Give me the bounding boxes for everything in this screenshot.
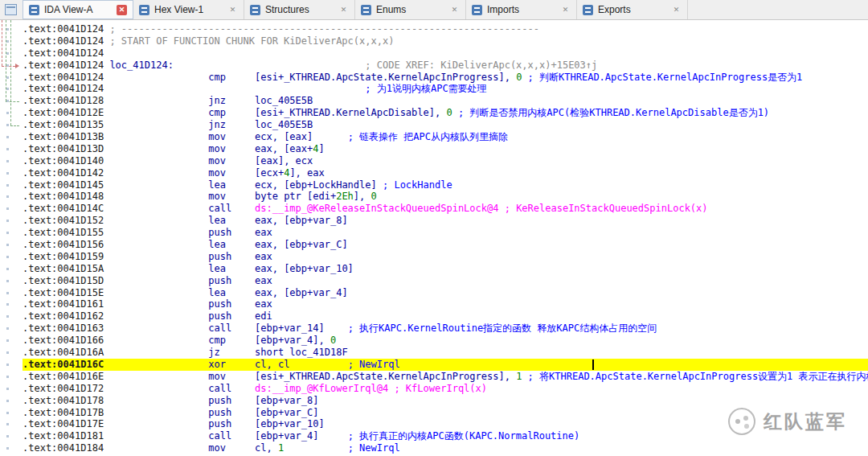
jump-arrow <box>10 20 11 125</box>
asm-segment: [ebp+var_8] <box>255 395 318 406</box>
asm-line[interactable]: .text:0041D163 call [ebp+var_14] ; 执行KAP… <box>23 322 868 335</box>
enums-icon <box>361 5 371 15</box>
asm-segment: short loc_41D18F <box>255 347 348 358</box>
asm-line[interactable]: .text:0041D14C call ds:__imp_@KeReleaseI… <box>23 203 868 215</box>
asm-address: .text:0041D178 <box>23 395 104 406</box>
asm-segment: [esi+_KTHREAD.KernelApcDisable], <box>255 107 446 118</box>
asm-line[interactable]: .text:0041D124 <box>23 47 868 60</box>
asm-address: .text:0041D135 <box>23 119 104 130</box>
tab-hex-view-1[interactable]: Hex View-1✕ <box>133 0 244 19</box>
asm-segment: 1 <box>278 442 284 454</box>
asm-line[interactable]: .text:0041D15E lea eax, [ebp+var_4] <box>23 287 868 299</box>
asm-line[interactable]: .text:0041D124 ; START OF FUNCTION CHUNK… <box>23 35 868 47</box>
close-tab-button[interactable]: ✕ <box>338 5 349 15</box>
asm-line[interactable]: .text:0041D124 ; 为1说明内核APC需要处理 <box>23 83 868 95</box>
asm-line[interactable]: .text:0041D156 lea eax, [ebp+var_C] <box>23 239 868 251</box>
asm-address: .text:0041D184 <box>23 442 104 454</box>
asm-line[interactable]: .text:0041D15D push eax <box>23 275 868 287</box>
asm-segment: lea <box>208 263 226 274</box>
imports-icon <box>472 5 482 15</box>
asm-line[interactable]: .text:0041D145 lea ecx, [ebp+LockHandle]… <box>23 179 868 191</box>
asm-segment: mov <box>208 442 226 454</box>
asm-line[interactable]: .text:0041D124 cmp [esi+_KTHREAD.ApcStat… <box>23 72 868 84</box>
asm-address: .text:0041D156 <box>23 239 104 250</box>
close-tab-button[interactable]: ✕ <box>671 5 682 15</box>
close-tab-button[interactable]: ✕ <box>560 5 571 15</box>
asm-segment: cmp <box>208 72 226 83</box>
asm-line[interactable]: .text:0041D15A lea eax, [ebp+var_10] <box>23 263 868 275</box>
asm-line[interactable]: .text:0041D16C xor cl, cl ; NewIrql <box>23 359 868 371</box>
asm-line[interactable]: .text:0041D124 ; -----------------------… <box>23 23 868 35</box>
asm-line[interactable]: .text:0041D184 mov cl, 1 ; NewIrql <box>23 442 868 454</box>
asm-segment: xor <box>208 359 226 370</box>
structures-icon <box>250 5 260 15</box>
asm-address: .text:0041D13D <box>23 143 104 154</box>
asm-line[interactable]: .text:0041D148 mov byte ptr [edi+2Eh], 0 <box>23 191 868 203</box>
asm-address: .text:0041D124 <box>23 72 104 83</box>
asm-segment: byte ptr [edi+ <box>255 191 336 202</box>
hex-view-icon <box>139 5 149 15</box>
asm-segment: push <box>208 395 231 406</box>
asm-segment: push <box>208 251 231 262</box>
tab-exports[interactable]: Exports✕ <box>577 0 688 19</box>
asm-segment: [ebp+var_4] <box>255 430 318 442</box>
asm-segment: mov <box>208 167 226 179</box>
tab-ida-view-a[interactable]: IDA View-A✕ <box>23 0 133 19</box>
close-tab-button[interactable]: ✕ <box>227 5 238 15</box>
asm-segment: mov <box>208 371 226 382</box>
asm-segment: loc_41D124: <box>104 60 174 71</box>
disassembly-view[interactable]: .text:0041D124 ; -----------------------… <box>0 20 868 456</box>
asm-segment: eax <box>255 251 272 262</box>
asm-line[interactable]: .text:0041D128 jnz loc_405E5B <box>23 95 868 107</box>
asm-line[interactable]: .text:0041D16A jz short loc_41D18F <box>23 347 868 359</box>
asm-segment: push <box>208 275 231 286</box>
tab-imports[interactable]: Imports✕ <box>466 0 577 19</box>
asm-segment: ; 执行KAPC.KernelRoutine指定的函数 释放KAPC结构体占用的… <box>348 322 657 334</box>
asm-segment: eax, [eax+ <box>255 143 313 154</box>
asm-line[interactable]: .text:0041D135 jnz loc_405E5B <box>23 119 868 131</box>
asm-line[interactable]: .text:0041D172 call ds:__imp_@KfLowerIrq… <box>23 383 868 395</box>
asm-address: .text:0041D163 <box>23 322 104 334</box>
asm-segment: eax <box>255 275 272 286</box>
jump-arrow <box>10 125 19 126</box>
asm-segment: cl, <box>255 442 278 454</box>
asm-line[interactable]: .text:0041D166 cmp [ebp+var_4], 0 <box>23 335 868 347</box>
asm-line[interactable]: .text:0041D13D mov eax, [eax+4] <box>23 143 868 155</box>
asm-line[interactable]: .text:0041D159 push eax <box>23 251 868 263</box>
asm-segment: 2Eh <box>336 191 354 202</box>
asm-address: .text:0041D15E <box>23 287 104 298</box>
asm-line[interactable]: .text:0041D161 push eax <box>23 298 868 310</box>
asm-line[interactable]: .text:0041D16E mov [esi+_KTHREAD.ApcStat… <box>23 371 868 383</box>
tab-label: Imports <box>487 4 555 15</box>
asm-segment: ; 判断是否禁用内核APC(检验KTHREAD.KernelApcDisable… <box>452 107 769 118</box>
tab-label: Enums <box>376 4 444 15</box>
asm-address: .text:0041D17E <box>23 418 104 429</box>
asm-segment: loc_405E5B <box>255 119 313 130</box>
tab-structures[interactable]: Structures✕ <box>244 0 355 19</box>
asm-address: .text:0041D124 <box>23 47 104 59</box>
close-tab-button[interactable]: ✕ <box>449 5 460 15</box>
asm-line[interactable]: .text:0041D155 push eax <box>23 227 868 239</box>
asm-segment: [ebp+var_10] <box>255 418 325 429</box>
asm-line[interactable]: .text:0041D162 push edi <box>23 310 868 322</box>
asm-segment: call <box>208 322 231 334</box>
asm-address: .text:0041D124 <box>23 83 104 94</box>
tab-enums[interactable]: Enums✕ <box>355 0 466 19</box>
asm-segment: lea <box>208 287 226 298</box>
asm-line[interactable]: .text:0041D152 lea eax, [ebp+var_8] <box>23 215 868 227</box>
asm-address: .text:0041D181 <box>23 430 104 442</box>
asm-line[interactable]: .text:0041D124 loc_41D124: ; CODE XREF: … <box>23 60 868 72</box>
asm-line[interactable]: .text:0041D13B mov ecx, [eax] ; 链表操作 把AP… <box>23 131 868 143</box>
asm-segment: lea <box>208 215 226 226</box>
asm-segment: push <box>208 227 231 238</box>
asm-segment: call <box>208 383 231 394</box>
asm-line[interactable]: .text:0041D140 mov [eax], ecx <box>23 155 868 167</box>
asm-line[interactable]: .text:0041D12E cmp [esi+_KTHREAD.KernelA… <box>23 107 868 119</box>
asm-segment: [ebp+var_14] <box>255 322 325 334</box>
asm-line[interactable]: .text:0041D178 push [ebp+var_8] <box>23 395 868 407</box>
asm-segment: 0 <box>446 107 452 118</box>
asm-line[interactable]: .text:0041D142 mov [ecx+4], eax <box>23 167 868 179</box>
close-tab-button[interactable]: ✕ <box>117 5 127 15</box>
asm-segment: loc_405E5B <box>255 95 313 106</box>
asm-address: .text:0041D128 <box>23 95 104 106</box>
